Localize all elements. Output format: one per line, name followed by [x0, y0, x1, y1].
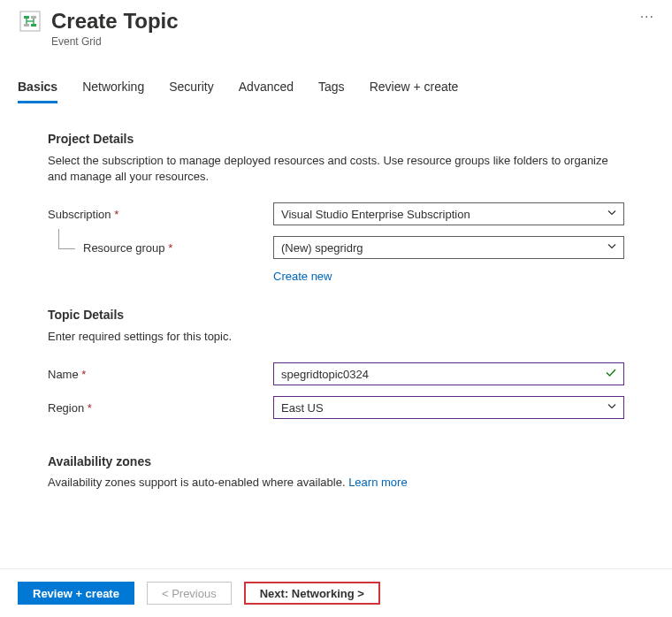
availability-text-span: Availability zones support is auto-enabl…: [48, 476, 348, 489]
page-title: Create Topic: [51, 9, 628, 34]
tab-review-create[interactable]: Review + create: [370, 80, 459, 103]
topic-icon: [18, 9, 42, 34]
name-input[interactable]: [273, 362, 624, 385]
next-networking-button[interactable]: Next: Networking >: [244, 582, 380, 605]
tab-tags[interactable]: Tags: [318, 80, 345, 103]
topic-details-heading: Topic Details: [48, 308, 624, 322]
svg-rect-2: [31, 16, 36, 19]
page-header: Create Topic Event Grid ···: [0, 0, 672, 48]
region-row: Region * East US: [48, 396, 624, 419]
subscription-row: Subscription * Visual Studio Enterprise …: [48, 202, 624, 225]
resource-group-select[interactable]: (New) spegridrg: [273, 236, 624, 259]
svg-rect-3: [24, 24, 29, 27]
required-marker: *: [88, 401, 92, 415]
name-label-text: Name: [48, 368, 79, 381]
region-value: East US: [281, 401, 324, 415]
region-select[interactable]: East US: [273, 396, 624, 419]
review-create-button[interactable]: Review + create: [18, 582, 134, 605]
availability-zones-heading: Availability zones: [48, 454, 624, 468]
svg-rect-1: [24, 16, 29, 19]
region-label: Region *: [48, 401, 273, 415]
name-label: Name *: [48, 368, 273, 381]
region-label-text: Region: [48, 401, 84, 415]
subscription-label: Subscription *: [48, 208, 273, 221]
tab-security[interactable]: Security: [169, 80, 214, 103]
name-row: Name *: [48, 362, 624, 385]
required-marker: *: [81, 368, 86, 381]
subscription-select[interactable]: Visual Studio Enterprise Subscription: [273, 202, 624, 225]
previous-button[interactable]: < Previous: [147, 582, 232, 605]
learn-more-link[interactable]: Learn more: [348, 476, 407, 489]
availability-zones-text: Availability zones support is auto-enabl…: [48, 476, 624, 489]
tab-advanced[interactable]: Advanced: [239, 80, 294, 103]
tab-basics[interactable]: Basics: [18, 80, 57, 103]
topic-details-description: Enter required settings for this topic.: [48, 329, 624, 345]
wizard-footer: Review + create < Previous Next: Network…: [0, 568, 672, 617]
required-marker: *: [168, 241, 172, 255]
resource-group-value: (New) spegridrg: [281, 241, 363, 255]
form-content: Project Details Select the subscription …: [0, 103, 672, 489]
project-details-heading: Project Details: [48, 132, 624, 146]
resource-group-label: Resource group *: [48, 241, 273, 255]
create-new-link[interactable]: Create new: [273, 270, 332, 283]
required-marker: *: [114, 208, 118, 221]
tab-networking[interactable]: Networking: [82, 80, 144, 103]
tab-bar: Basics Networking Security Advanced Tags…: [0, 80, 672, 103]
page-subtitle: Event Grid: [51, 35, 628, 48]
subscription-value: Visual Studio Enterprise Subscription: [281, 208, 470, 221]
resource-group-label-text: Resource group: [83, 241, 165, 255]
more-actions-button[interactable]: ···: [640, 9, 654, 25]
svg-rect-4: [31, 24, 36, 27]
project-details-description: Select the subscription to manage deploy…: [48, 153, 624, 185]
subscription-label-text: Subscription: [48, 208, 111, 221]
resource-group-row: Resource group * (New) spegridrg: [48, 236, 624, 259]
